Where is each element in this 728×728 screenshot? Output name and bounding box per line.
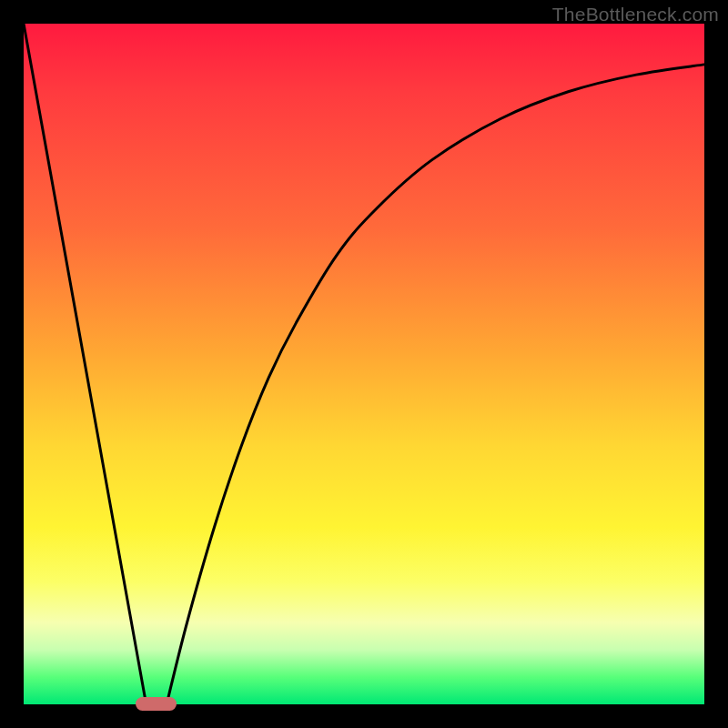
chart-lines [24,24,704,704]
plot-area [24,24,704,704]
series-right-curve [167,65,704,704]
bottleneck-marker [136,697,177,711]
chart-frame: TheBottleneck.com [0,0,728,728]
watermark-text: TheBottleneck.com [552,4,719,25]
series-left-line [24,24,147,704]
